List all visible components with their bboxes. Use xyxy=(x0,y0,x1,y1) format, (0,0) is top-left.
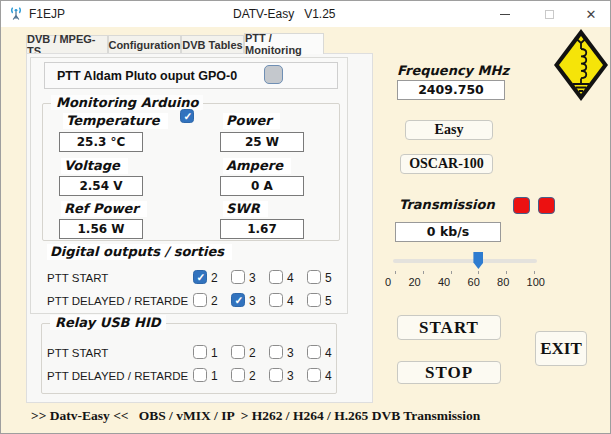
tab-configuration[interactable]: Configuration xyxy=(108,35,181,54)
do-delayed-num-4: 4 xyxy=(287,294,294,308)
relay-ptt-delayed-label: PTT DELAYED / RETARDE xyxy=(47,370,188,382)
stop-button[interactable]: STOP xyxy=(397,361,501,384)
relay-delayed-checkbox-1[interactable] xyxy=(193,368,207,382)
transmission-led-1 xyxy=(513,197,530,214)
tick-80: 80 xyxy=(497,276,509,288)
relay-start-checkbox-2[interactable] xyxy=(231,345,245,359)
do-delayed-checkbox-5[interactable] xyxy=(307,293,321,307)
window-owner: F1EJP xyxy=(29,7,65,21)
relay-ptt-start-label: PTT START xyxy=(47,347,108,359)
minimize-icon xyxy=(500,14,510,15)
maximize-button[interactable] xyxy=(532,1,566,27)
relay-delayed-checkbox-4[interactable] xyxy=(307,368,321,382)
voltage-label: Voltage xyxy=(61,158,128,174)
antenna-icon xyxy=(8,6,24,22)
temperature-label: Temperature xyxy=(63,113,168,129)
frequency-input[interactable]: 2409.750 xyxy=(397,80,505,100)
close-icon: ✕ xyxy=(586,7,597,22)
ampere-value: 0 A xyxy=(220,176,304,196)
voltage-value: 2.54 V xyxy=(59,176,143,196)
do-start-checkbox-5[interactable] xyxy=(307,270,321,284)
do-start-checkbox-4[interactable] xyxy=(269,270,283,284)
relay-delayed-num-1: 1 xyxy=(211,369,218,383)
do-start-num-3: 3 xyxy=(249,271,256,285)
monitoring-title: Monitoring Arduino xyxy=(51,95,203,110)
swr-label: SWR xyxy=(223,201,268,217)
relay-start-checkbox-4[interactable] xyxy=(307,345,321,359)
easy-button[interactable]: Easy xyxy=(405,120,493,140)
do-delayed-checkbox-3[interactable] xyxy=(231,293,245,307)
relay-delayed-num-2: 2 xyxy=(249,369,256,383)
slider-tickmarks xyxy=(395,271,535,274)
minimize-button[interactable] xyxy=(488,1,522,27)
tick-40: 40 xyxy=(438,276,450,288)
ampere-label: Ampere xyxy=(223,158,291,174)
temperature-value: 25.3 °C xyxy=(59,132,143,152)
relay-title: Relay USB HID xyxy=(50,315,166,330)
digital-outputs-title: Digital outputs / sorties xyxy=(47,244,232,260)
bitrate-display: 0 kb/s xyxy=(395,222,501,242)
relay-delayed-checkbox-2[interactable] xyxy=(231,368,245,382)
tick-60: 60 xyxy=(468,276,480,288)
do-delayed-checkbox-2[interactable] xyxy=(193,293,207,307)
relay-delayed-num-4: 4 xyxy=(325,369,332,383)
do-start-checkbox-3[interactable] xyxy=(231,270,245,284)
relay-delayed-num-3: 3 xyxy=(287,369,294,383)
ref-power-label: Ref Power xyxy=(61,201,147,217)
relay-delayed-checkbox-3[interactable] xyxy=(269,368,283,382)
swr-value: 1.67 xyxy=(220,219,304,239)
do-delayed-num-5: 5 xyxy=(325,294,332,308)
ptt-pluto-box: PTT Aldam Pluto ouput GPO-0 xyxy=(44,62,338,89)
exit-button[interactable]: EXIT xyxy=(535,331,587,366)
oscar-100-button[interactable]: OSCAR-100 xyxy=(400,154,493,174)
do-start-num-2: 2 xyxy=(211,271,218,285)
slider-thumb[interactable] xyxy=(473,252,483,269)
do-delayed-checkbox-4[interactable] xyxy=(269,293,283,307)
do-ptt-delayed-label: PTT DELAYED / RETARDE xyxy=(47,295,188,307)
tab-dvb-mpeg-ts[interactable]: DVB / MPEG-TS xyxy=(26,35,108,54)
monitoring-enable-checkbox[interactable] xyxy=(180,109,194,123)
relay-start-num-3: 3 xyxy=(287,346,294,360)
tab-dvb-tables[interactable]: DVB Tables xyxy=(181,35,244,54)
start-button[interactable]: START xyxy=(397,315,501,340)
tick-0: 0 xyxy=(385,276,391,288)
power-slider[interactable] xyxy=(393,251,537,271)
relay-start-num-2: 2 xyxy=(249,346,256,360)
ptt-pluto-checkbox[interactable] xyxy=(264,65,283,84)
transmission-label: Transmission xyxy=(399,197,495,212)
window-title: DATV-Easy V1.25 xyxy=(233,7,336,21)
status-bar-text: >> Datv-Easy << OBS / vMIX / IP > H262 /… xyxy=(31,408,480,424)
tab-ptt-monitoring[interactable]: PTT / Monitoring xyxy=(244,33,324,54)
do-start-num-4: 4 xyxy=(287,271,294,285)
do-start-num-5: 5 xyxy=(325,271,332,285)
ptt-pluto-label: PTT Aldam Pluto ouput GPO-0 xyxy=(57,69,237,83)
relay-start-checkbox-3[interactable] xyxy=(269,345,283,359)
slider-tick-labels: 0 20 40 60 80 100 xyxy=(385,276,545,288)
ref-power-value: 1.56 W xyxy=(59,219,143,239)
power-value: 25 W xyxy=(220,132,304,152)
slider-track[interactable] xyxy=(393,259,537,263)
do-delayed-num-3: 3 xyxy=(249,294,256,308)
maximize-icon xyxy=(545,10,554,19)
frequency-label: Frequency MHz xyxy=(397,63,509,78)
ham-radio-logo xyxy=(553,28,609,102)
app-window: F1EJP DATV-Easy V1.25 ✕ DVB / MPEG-TS Co… xyxy=(0,0,611,434)
do-start-checkbox-2[interactable] xyxy=(193,270,207,284)
relay-start-num-1: 1 xyxy=(211,346,218,360)
tick-20: 20 xyxy=(408,276,420,288)
do-delayed-num-2: 2 xyxy=(211,294,218,308)
do-ptt-start-label: PTT START xyxy=(47,272,108,284)
tick-100: 100 xyxy=(527,276,545,288)
transmission-led-2 xyxy=(538,197,555,214)
power-label: Power xyxy=(223,113,280,129)
relay-start-num-4: 4 xyxy=(325,346,332,360)
title-bar: F1EJP DATV-Easy V1.25 ✕ xyxy=(1,1,610,27)
close-button[interactable]: ✕ xyxy=(574,1,608,27)
relay-start-checkbox-1[interactable] xyxy=(193,345,207,359)
